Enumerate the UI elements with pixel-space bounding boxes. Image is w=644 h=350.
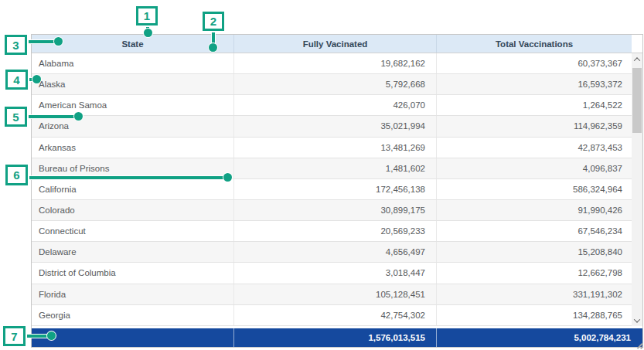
callout-4-box: 4: [5, 70, 28, 90]
callout-1-label: 1: [144, 9, 150, 22]
table-row[interactable]: Colorado 30,899,175 91,990,426: [32, 200, 632, 221]
table-header-row: State Fully Vacinated Total Vaccinations: [32, 35, 642, 53]
callout-7-connector: [24, 335, 49, 338]
callout-1-dot: [144, 29, 152, 37]
fully-vaccinated-cell: 426,070: [234, 95, 437, 115]
fully-vaccinated-cell: 42,754,302: [234, 305, 437, 325]
fully-vaccinated-cell: 30,899,175: [234, 200, 437, 220]
fully-vaccinated-cell: 20,569,233: [234, 221, 437, 241]
column-header-total-vaccinations[interactable]: Total Vaccinations: [437, 35, 632, 53]
state-cell: Delaware: [32, 242, 234, 262]
table-row[interactable]: Alaska 5,792,668 16,593,372: [32, 74, 632, 95]
table-row[interactable]: California 172,456,138 586,324,964: [32, 179, 632, 200]
callout-6-box: 6: [5, 165, 28, 185]
total-vaccinations-cell: 15,208,840: [437, 242, 632, 262]
total-vaccinations-cell: 42,873,453: [437, 138, 632, 158]
fully-vaccinated-cell: 4,656,497: [234, 242, 437, 262]
total-vaccinations-cell: 91,990,426: [437, 200, 632, 220]
callout-6-label: 6: [13, 168, 19, 182]
page: State Fully Vacinated Total Vaccinations…: [0, 0, 644, 350]
fully-vaccinated-cell: 1,481,602: [234, 158, 437, 178]
state-cell: Arkansas: [32, 138, 234, 158]
state-cell: American Samoa: [32, 95, 234, 115]
state-cell: Bureau of Prisons: [32, 158, 234, 178]
total-vaccinations-cell: 60,373,367: [437, 53, 632, 73]
scrollbar-thumb[interactable]: [632, 68, 642, 133]
callout-3-connector: [26, 40, 56, 43]
resize-grip-icon[interactable]: [636, 342, 643, 348]
total-vaccinations-cell: 331,191,302: [437, 284, 632, 304]
vertical-scrollbar[interactable]: [632, 53, 642, 326]
scrollbar-down-button[interactable]: [632, 314, 642, 326]
table-row[interactable]: Connecticut 20,569,233 67,546,234: [32, 221, 632, 242]
callout-3-label: 3: [12, 39, 19, 52]
total-vaccinations-cell: 12,662,798: [437, 263, 632, 283]
callout-6-connector: [26, 176, 226, 179]
column-header-state[interactable]: State: [32, 35, 234, 53]
state-cell: Georgia: [32, 305, 234, 325]
chevron-down-icon: [634, 316, 640, 322]
total-vaccinations-cell: 1,264,522: [437, 95, 632, 115]
fully-vaccinated-cell: 5,792,668: [234, 74, 437, 94]
callout-5-box: 5: [5, 107, 27, 127]
total-vaccinations-cell: 586,324,964: [437, 179, 632, 199]
totals-row: 1,576,013,515 5,002,784,231: [32, 328, 642, 347]
total-vaccinations-cell: 67,546,234: [437, 221, 632, 241]
callout-3-box: 3: [5, 35, 27, 55]
callout-5-label: 5: [12, 110, 19, 124]
callout-2-box: 2: [203, 12, 224, 31]
vaccination-data-table: State Fully Vacinated Total Vaccinations…: [31, 34, 643, 348]
fully-vaccinated-cell: 3,018,447: [234, 263, 437, 283]
state-cell: Colorado: [32, 200, 234, 220]
state-cell: Connecticut: [32, 221, 234, 241]
callout-7-label: 7: [11, 330, 17, 343]
callout-7-dot: [47, 331, 56, 340]
callout-1-box: 1: [136, 6, 158, 25]
table-body: Alabama 19,682,162 60,373,367 Alaska 5,7…: [32, 53, 632, 326]
fully-vaccinated-cell: 172,456,138: [234, 179, 437, 199]
scrollbar-up-button[interactable]: [632, 53, 642, 65]
table-row[interactable]: Alabama 19,682,162 60,373,367: [32, 53, 632, 74]
callout-6-dot: [223, 173, 232, 182]
fully-vaccinated-cell: 19,682,162: [234, 53, 437, 73]
state-cell: Florida: [32, 284, 234, 304]
totals-total-vaccinations-cell: 5,002,784,231: [437, 328, 642, 347]
callout-2-dot: [209, 43, 217, 52]
callout-4-dot: [32, 75, 41, 83]
callout-3-dot: [54, 37, 63, 46]
total-vaccinations-cell: 114,962,359: [437, 116, 632, 136]
table-row[interactable]: Georgia 42,754,302 134,288,765: [32, 305, 632, 326]
header-scrollbar-gutter: [632, 35, 642, 53]
totals-state-cell: [32, 328, 234, 347]
table-row[interactable]: District of Columbia 3,018,447 12,662,79…: [32, 263, 632, 284]
total-vaccinations-cell: 4,096,837: [437, 158, 632, 178]
state-cell: Alaska: [32, 74, 234, 94]
callout-7-box: 7: [3, 326, 26, 346]
table-row[interactable]: Delaware 4,656,497 15,208,840: [32, 242, 632, 263]
grip-line: [640, 345, 643, 348]
callout-2-label: 2: [210, 15, 216, 28]
column-header-fully-vaccinated[interactable]: Fully Vacinated: [234, 35, 437, 53]
table-row[interactable]: Arizona 35,021,994 114,962,359: [32, 116, 632, 137]
table-row[interactable]: Florida 105,128,451 331,191,302: [32, 284, 632, 305]
fully-vaccinated-cell: 13,481,269: [234, 138, 437, 158]
callout-5-dot: [74, 112, 83, 121]
state-cell: District of Columbia: [32, 263, 234, 283]
table-row[interactable]: Arkansas 13,481,269 42,873,453: [32, 138, 632, 158]
callout-4-label: 4: [13, 73, 19, 87]
totals-fully-vaccinated-cell: 1,576,013,515: [234, 328, 437, 347]
table-row[interactable]: American Samoa 426,070 1,264,522: [32, 95, 632, 116]
total-vaccinations-cell: 134,288,765: [437, 305, 632, 325]
state-cell: Alabama: [32, 53, 234, 73]
total-vaccinations-cell: 16,593,372: [437, 74, 632, 94]
chevron-up-icon: [634, 57, 640, 63]
state-cell: Arizona: [32, 116, 234, 136]
state-cell: California: [32, 179, 234, 199]
fully-vaccinated-cell: 105,128,451: [234, 284, 437, 304]
fully-vaccinated-cell: 35,021,994: [234, 116, 437, 136]
callout-5-connector: [26, 115, 77, 118]
callout-2-connector: [212, 29, 215, 45]
